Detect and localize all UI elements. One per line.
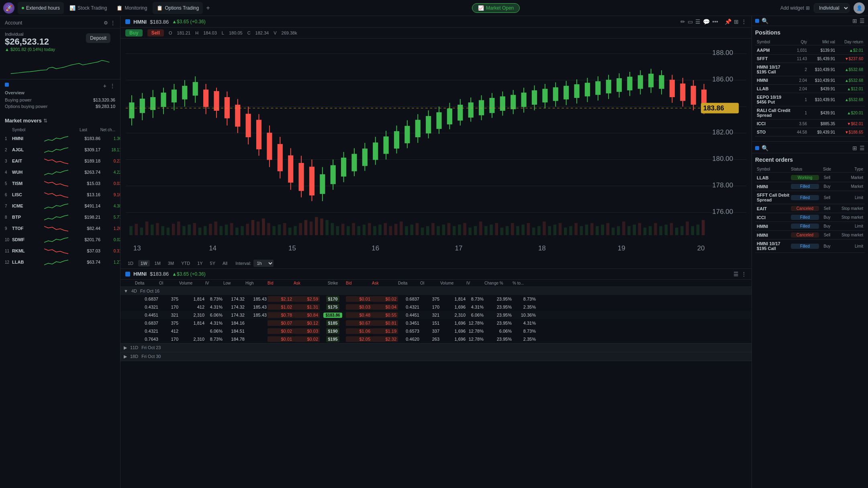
account-menu-icon[interactable]: ⋮ [110, 20, 115, 26]
positions-layout-icon[interactable]: ⊞ [852, 18, 857, 24]
add-watchlist-icon[interactable]: + [103, 83, 106, 89]
mover-row[interactable]: 1 HMNI $183.86 1.36%% [0, 133, 120, 144]
bid-r-185[interactable]: $0.67 [346, 320, 372, 326]
order-row[interactable]: LLAB Working Sell Market [755, 173, 865, 182]
position-row[interactable]: RALI Call Credit Spread 1 $439.91 ▲$20.0… [755, 106, 865, 120]
deposit-button[interactable]: Deposit [86, 33, 110, 43]
mover-row[interactable]: 7 ICME $491.14 4.38%% [0, 200, 120, 211]
mover-row[interactable]: 2 AJGL $309.17 18.11%% [0, 144, 120, 155]
order-row[interactable]: ICCI Filled Buy Stop market [755, 213, 865, 222]
bid-l-170[interactable]: $2.12 [268, 296, 294, 302]
add-widget-button[interactable]: Add widget ⊞ [780, 5, 810, 11]
time-1w[interactable]: 1W [138, 260, 150, 266]
market-open-button[interactable]: 📈 Market Open [472, 3, 520, 13]
ask-r-170[interactable]: $0.02 [372, 296, 398, 302]
mover-row[interactable]: 5 TISM $15.03 0.03%% [0, 178, 120, 189]
mover-row[interactable]: 6 LISC $13.16 9.16%% [0, 189, 120, 200]
order-row[interactable]: HMNI 10/17 $195 Call Filled Buy Limit [755, 240, 865, 253]
orders-menu-icon[interactable]: ☰ [860, 145, 865, 151]
bid-l-190[interactable]: $0.02 [268, 328, 294, 334]
positions-search-icon[interactable]: 🔍 [762, 18, 768, 24]
positions-menu-icon[interactable]: ☰ [860, 18, 865, 24]
time-1m[interactable]: 1M [152, 260, 163, 266]
mover-row[interactable]: 8 BTP $198.21 5.77%% [0, 211, 120, 223]
options-row-180[interactable]: 0.4451 321 2,310 6.06% 174.32 185.43 $0.… [120, 311, 752, 319]
ask-l-195[interactable]: $0.02 [294, 336, 320, 342]
ask-r-195[interactable]: $2.32 [372, 336, 398, 342]
bid-l-185[interactable]: $0.07 [268, 320, 294, 326]
mover-row[interactable]: 12 LLAB $63.74 1.27%% [0, 256, 120, 268]
ask-r-185[interactable]: $0.81 [372, 320, 398, 326]
mover-row[interactable]: 11 RKML $37.03 0.31%% [0, 245, 120, 256]
interval-select[interactable]: 1h 15m 4h 1D [253, 260, 274, 267]
ask-l-170[interactable]: $2.59 [294, 296, 320, 302]
time-1y[interactable]: 1Y [195, 260, 205, 266]
position-row[interactable]: ICCI 3.56 $885.35 ▼$62.01 [755, 120, 865, 128]
bid-l-180[interactable]: $0.78 [268, 312, 294, 318]
options-group-18d-header[interactable]: ▶ 18D Fri Oct 30 [120, 352, 752, 361]
comment-icon[interactable]: 💬 [703, 18, 710, 25]
order-row[interactable]: SFFT Call Debit Spread Filled Sell Limit [755, 191, 865, 204]
extended-hours-tab[interactable]: Extended hours [18, 2, 64, 14]
mover-row[interactable]: 3 EAIT $189.18 0.23%% [0, 155, 120, 167]
order-row[interactable]: EAIT Canceled Sell Stop market [755, 204, 865, 213]
ask-r-190[interactable]: $1.19 [372, 328, 398, 334]
sort-icon[interactable]: ⇅ [43, 118, 47, 124]
order-row[interactable]: HMNI Filled Buy Limit [755, 222, 865, 231]
order-row[interactable]: HMNI Canceled Sell Stop market [755, 231, 865, 240]
bid-r-175[interactable]: $0.03 [346, 304, 372, 310]
monitoring-tab[interactable]: 📋 Monitoring [112, 2, 151, 14]
ask-r-180[interactable]: $0.55 [372, 312, 398, 318]
add-tab-button[interactable]: + [204, 4, 211, 12]
ask-l-190[interactable]: $0.03 [294, 328, 320, 334]
ask-l-175[interactable]: $1.31 [294, 304, 320, 310]
account-type-select[interactable]: Individual [814, 3, 850, 13]
ask-l-185[interactable]: $0.12 [294, 320, 320, 326]
time-1d[interactable]: 1D [125, 260, 136, 266]
mover-row[interactable]: 10 SDMF $201.76 0.02%% [0, 234, 120, 245]
time-all[interactable]: All [220, 260, 230, 266]
mover-row[interactable]: 4 WUH $263.74 4.22%% [0, 167, 120, 178]
position-row[interactable]: SFFT 11.43 $5,439.91 ▼$237.60 [755, 55, 865, 63]
edit-icon[interactable]: ✏ [680, 18, 685, 25]
position-row[interactable]: HMNI 2.04 $10,439.91 ▲$532.68 [755, 76, 865, 85]
pin-icon[interactable]: 📌 [725, 18, 731, 25]
rect-icon[interactable]: ▭ [688, 18, 693, 25]
bid-r-180[interactable]: $0.48 [346, 312, 372, 318]
options-row-170[interactable]: 0.6837 375 1,814 8.73% 174.32 185.43 $2.… [120, 295, 752, 303]
ask-l-180[interactable]: $0.84 [294, 312, 320, 318]
options-row-185[interactable]: 0.6837 375 1,814 4.31% 184.16 $0.07 $0.1… [120, 319, 752, 327]
options-menu-icon[interactable]: ⋮ [741, 271, 747, 277]
options-row-195[interactable]: 0.7643 170 2,310 8.73% 184.78 $0.01 $0.0… [120, 335, 752, 343]
sell-button[interactable]: Sell [147, 29, 164, 37]
more-icon[interactable]: ••• [712, 18, 718, 25]
bid-l-195[interactable]: $0.01 [268, 336, 294, 342]
mover-row[interactable]: 9 TTOF $82.44 1.26%% [0, 223, 120, 234]
bid-r-195[interactable]: $2.05 [346, 336, 372, 342]
time-ytd[interactable]: YTD [179, 260, 192, 266]
bid-r-190[interactable]: $1.06 [346, 328, 372, 334]
position-row[interactable]: STO 44.58 $9,439.91 ▼$188.65 [755, 128, 865, 136]
time-5y[interactable]: 5Y [208, 260, 218, 266]
account-settings-icon[interactable]: ⚙ [104, 20, 108, 26]
user-avatar[interactable]: 👤 [854, 2, 865, 14]
orders-search-icon[interactable]: 🔍 [762, 145, 768, 151]
orders-layout-icon[interactable]: ⊞ [852, 145, 857, 151]
options-trading-tab[interactable]: 📋 Options Trading [153, 2, 203, 14]
bid-r-170[interactable]: $0.01 [346, 296, 372, 302]
buy-button[interactable]: Buy [125, 29, 143, 37]
position-row[interactable]: HMNI 10/17 $195 Call 2 $10,439.91 ▲$532.… [755, 63, 865, 76]
chart-menu-icon[interactable]: ⋮ [741, 18, 747, 25]
bid-l-175[interactable]: $1.02 [268, 304, 294, 310]
watchlist-menu-icon[interactable]: ⋮ [110, 83, 115, 89]
options-group-4d-header[interactable]: ▼ 4D Fri Oct 16 [120, 287, 752, 295]
options-row-190[interactable]: 0.4321 412 6.06% 184.51 $0.02 $0.03 $190… [120, 327, 752, 335]
app-logo[interactable]: 🚀 [3, 2, 14, 14]
time-3m[interactable]: 3M [165, 260, 176, 266]
position-row[interactable]: EEPO 10/19 $456 Put 1 $10,439.91 ▲$532.6… [755, 93, 865, 106]
options-row-175[interactable]: 0.4321 170 412 4.31% 174.32 185.43 $1.02… [120, 303, 752, 311]
list-icon[interactable]: ☰ [695, 18, 701, 25]
order-row[interactable]: HMNI Filled Buy Market [755, 182, 865, 191]
chart-type-icon[interactable]: ⊞ [734, 18, 739, 25]
stock-trading-tab[interactable]: 📊 Stock Trading [65, 2, 111, 14]
